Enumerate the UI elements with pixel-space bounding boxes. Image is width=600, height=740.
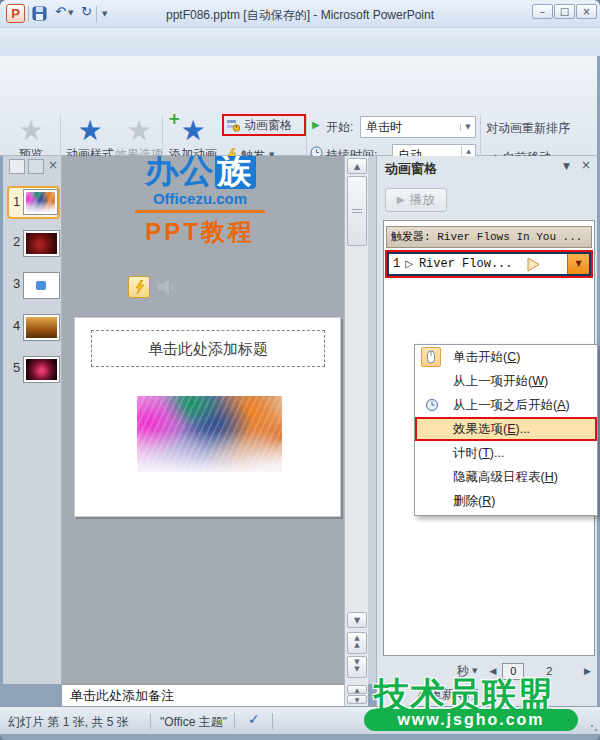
muted-speaker-icon[interactable] [156, 277, 178, 297]
divider [150, 713, 151, 729]
minimize-button[interactable]: – [532, 4, 553, 19]
divider [234, 713, 235, 729]
close-button[interactable]: × [576, 4, 597, 19]
watermark-divider [135, 210, 265, 213]
start-play-icon: ▶ [312, 120, 320, 130]
notes-scroll-up-icon[interactable]: ▲ [347, 685, 367, 694]
animation-styles-star-icon: ★ [64, 116, 116, 146]
menu-item-remove[interactable]: 删除(R) [415, 489, 597, 513]
slide-thumbnail-image [23, 314, 60, 341]
clock-icon [425, 398, 439, 412]
ribbon-tab-row: 文件 开始 插入 设计 切换 动画 幻灯片放映 审阅 视图 加载项 ^ ? [0, 28, 600, 56]
restore-button[interactable]: □ [554, 4, 575, 19]
watermark-subtitle: PPT教程 [100, 216, 300, 248]
slide-thumbnail-image [23, 189, 58, 215]
slide-thumbnail[interactable]: 4 [7, 312, 60, 343]
save-icon [32, 6, 47, 21]
animation-item-selected[interactable]: 1 ▷ River Flow... ▼ [385, 250, 593, 278]
slide-thumbnail[interactable]: 5 [7, 354, 60, 385]
slide-thumbnail[interactable]: 2 [7, 228, 60, 259]
ribbon: ★ 预览 ▼ 预览 ★ 动画样式 ▼ ★ 效果选项 ▼ 动画 ★ + 添加动画 … [0, 56, 597, 156]
menu-item-label: 从上一项开始(W) [415, 373, 548, 390]
watermark-site: Officezu.com [100, 190, 300, 207]
timeline-right-arrow[interactable]: ▶ [584, 667, 591, 676]
slide-number: 3 [13, 276, 20, 291]
save-button[interactable] [32, 6, 47, 25]
undo-dropdown-arrow[interactable]: ▼ [68, 10, 73, 17]
slide-thumbnail-image [23, 356, 60, 383]
watermark-text: 办公 [145, 156, 215, 189]
animation-pane-icon [227, 119, 240, 132]
resize-grip[interactable] [590, 724, 598, 732]
animation-item-name: River Flow... [419, 257, 513, 271]
play-label: 播放 [409, 191, 435, 209]
close-panel-icon[interactable]: × [48, 159, 58, 171]
slide-thumbnail[interactable]: 3 [7, 270, 60, 301]
menu-item-timing[interactable]: 计时(T)... [415, 441, 597, 465]
item-dropdown-button[interactable]: ▼ [567, 254, 589, 274]
redo-button[interactable]: ↻ [78, 5, 95, 22]
animation-pane-button[interactable]: 动画窗格 [222, 114, 306, 136]
theme-name[interactable]: "Office 主题" [160, 714, 227, 731]
slide-editing-surface[interactable]: 单击此处添加标题 [74, 317, 341, 517]
spell-check-icon[interactable]: ✓ [248, 712, 260, 726]
menu-item-label: 计时(T)... [415, 445, 504, 462]
powerpoint-app-icon[interactable]: P [6, 4, 25, 23]
outline-tab-icon[interactable] [28, 159, 44, 174]
reorder-title: 对动画重新排序 [486, 120, 570, 137]
notes-pane[interactable]: 单击此处添加备注 [62, 684, 344, 706]
slide-info: 幻灯片 第 1 张, 共 5 张 [8, 714, 129, 731]
animation-pane-title: 动画窗格 [385, 160, 437, 178]
divider [96, 6, 97, 22]
slide-number: 4 [13, 318, 20, 333]
trigger-animation-marker[interactable] [128, 276, 150, 298]
slide-number: 2 [13, 234, 20, 249]
next-slide-button[interactable]: ▼ ▼ [347, 656, 367, 678]
slide-picture[interactable] [137, 396, 282, 472]
scroll-down-button[interactable]: ▼ [347, 612, 367, 628]
notes-scrollbar[interactable]: ▲ ▼ [344, 684, 368, 706]
customize-qat-arrow[interactable]: ▼ [102, 11, 107, 18]
slides-thumbnail-panel: × 1 2 3 4 5 [3, 156, 62, 684]
pane-splitter[interactable] [368, 156, 376, 684]
slide-thumbnail-selected[interactable]: 1 [7, 186, 60, 219]
slide-number: 1 [13, 194, 20, 209]
on-click-trigger-icon: ▷ [405, 259, 413, 269]
trigger-play-shape-icon [527, 257, 540, 272]
start-combobox[interactable]: 单击时 ▼ [360, 116, 476, 138]
trigger-group-header: 触发器: River Flows In You ... [386, 226, 592, 248]
menu-item-effect-options[interactable]: 效果选项(E)... [415, 417, 597, 441]
watermark-text: 族 [215, 156, 256, 189]
start-value: 单击时 [361, 119, 460, 136]
plus-icon: + [168, 112, 181, 127]
close-pane-icon[interactable]: × [581, 159, 591, 171]
menu-item-label: 隐藏高级日程表(H) [415, 469, 558, 486]
window-title: pptF086.pptm [自动保存的] - Microsoft PowerPo… [150, 7, 450, 24]
thumb-grip [352, 209, 362, 213]
title-placeholder[interactable]: 单击此处添加标题 [91, 330, 325, 367]
menu-item-start-after-previous[interactable]: 从上一项之后开始(A) [415, 393, 597, 417]
scrollbar-thumb[interactable] [347, 176, 367, 246]
notes-scroll-down-icon[interactable]: ▼ [347, 695, 367, 704]
menu-item-start-with-previous[interactable]: 从上一项开始(W) [415, 369, 597, 393]
divider [272, 713, 273, 729]
spin-up-icon[interactable]: ▲ [462, 146, 475, 155]
chevron-down-icon: ▼ [460, 124, 475, 131]
play-button-disabled: ▶ 播放 [385, 188, 447, 212]
slides-tab-icon[interactable] [9, 159, 25, 174]
scroll-up-button[interactable]: ▲ [347, 158, 367, 174]
editor-vertical-scrollbar[interactable]: ▲ ▼ ▲ ▲ ▼ ▼ [344, 156, 368, 684]
animation-item-context-menu: 单击开始(C) 从上一项开始(W) 从上一项之后开始(A) 效果选项(E)... [414, 344, 598, 516]
previous-slide-button[interactable]: ▲ ▲ [347, 632, 367, 654]
pane-menu-arrow-icon[interactable]: ▼ [563, 162, 570, 171]
animation-pane-label: 动画窗格 [244, 117, 292, 134]
mouse-click-icon [421, 347, 441, 367]
undo-button[interactable]: ↶ [52, 5, 69, 22]
slide-thumbnail-image [23, 230, 60, 257]
menu-item-hide-advanced-timeline[interactable]: 隐藏高级日程表(H) [415, 465, 597, 489]
animation-pane: 动画窗格 ▼ × ▶ 播放 触发器: River Flows In You ..… [376, 156, 597, 706]
menu-item-start-on-click[interactable]: 单击开始(C) [415, 345, 597, 369]
slide-thumbnail-image [23, 272, 60, 299]
slide-editor-canvas: 办公族 Officezu.com PPT教程 单击此处添加标题 [62, 156, 344, 684]
lightning-icon [134, 280, 145, 294]
